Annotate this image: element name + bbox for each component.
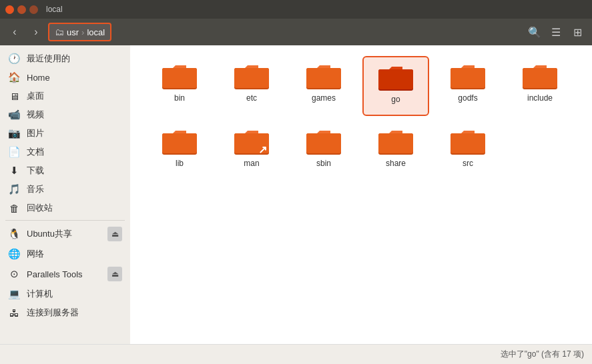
sidebar-divider <box>5 220 125 221</box>
svg-rect-22 <box>451 133 485 153</box>
minimize-button[interactable] <box>17 5 26 14</box>
close-button[interactable] <box>5 5 14 14</box>
folder-label-go: go <box>391 95 400 104</box>
folder-icon-man: ↗ <box>234 127 269 156</box>
download-icon: ⬇ <box>8 165 20 177</box>
computer-icon: 💻 <box>8 288 20 300</box>
breadcrumb-separator: › <box>81 27 84 37</box>
back-button[interactable]: ‹ <box>5 23 24 41</box>
maximize-button[interactable] <box>29 5 38 14</box>
sidebar-label-photo: 图片 <box>27 127 122 139</box>
folder-icon-share <box>378 127 413 156</box>
folder-label-lib: lib <box>176 159 184 168</box>
svg-rect-1 <box>162 68 197 88</box>
home-icon: 🏠 <box>8 71 20 83</box>
sidebar-item-download[interactable]: ⬇下载 <box>0 161 130 180</box>
grid-view-button[interactable]: ⊞ <box>568 23 587 41</box>
connect-server-icon: 🖧 <box>8 307 20 319</box>
sidebar-label-network: 网络 <box>27 248 122 260</box>
window-title: local <box>46 5 63 14</box>
sidebar-item-music[interactable]: 🎵音乐 <box>0 180 130 199</box>
status-text: 选中了"go" (含有 17 项) <box>501 349 584 360</box>
window-controls <box>5 5 38 14</box>
sidebar-item-network[interactable]: 🌐网络 <box>0 245 130 263</box>
folder-label-share: share <box>386 159 406 168</box>
folder-icon-src <box>451 127 485 156</box>
folder-icon-sbin <box>306 127 341 156</box>
list-view-button[interactable]: ☰ <box>547 23 565 41</box>
sidebar-label-download: 下载 <box>27 165 122 177</box>
folder-label-bin: bin <box>174 93 185 103</box>
folder-label-include: include <box>527 93 553 103</box>
sidebar-item-desktop[interactable]: 🖥桌面 <box>0 87 130 105</box>
sidebar-label-trash: 回收站 <box>27 202 122 214</box>
folder-item-man[interactable]: ↗man <box>218 121 285 181</box>
toolbar: ‹ › 🗂 usr › local 🔍 ☰ ⊞ <box>0 19 592 45</box>
folder-icon-lib <box>162 127 197 156</box>
breadcrumb-usr[interactable]: usr <box>67 27 79 37</box>
docs-icon: 📄 <box>8 146 20 158</box>
folder-item-sbin[interactable]: sbin <box>290 121 357 181</box>
music-icon: 🎵 <box>8 183 20 195</box>
folder-item-go[interactable]: go <box>362 56 429 116</box>
svg-rect-13 <box>162 133 197 153</box>
folder-item-share[interactable]: share <box>362 121 429 181</box>
eject-button-ubuntu-share[interactable]: ⏏ <box>107 227 122 241</box>
photo-icon: 📷 <box>8 127 20 139</box>
folder-icon-etc <box>234 61 269 91</box>
folder-label-src: src <box>463 159 473 168</box>
sidebar-label-video: 视频 <box>27 109 122 121</box>
folder-item-bin[interactable]: bin <box>146 56 213 116</box>
toolbar-right: 🔍 ☰ ⊞ <box>525 23 587 41</box>
svg-rect-18 <box>306 133 341 153</box>
sidebar-item-photo[interactable]: 📷图片 <box>0 124 130 143</box>
folder-item-godfs[interactable]: godfs <box>434 56 501 116</box>
svg-rect-11 <box>523 68 557 88</box>
sidebar-label-connect-server: 连接到服务器 <box>27 307 122 319</box>
folder-icon-godfs <box>451 61 485 91</box>
sidebar-label-desktop: 桌面 <box>27 90 122 102</box>
folder-item-lib[interactable]: lib <box>146 121 213 181</box>
svg-rect-20 <box>378 133 413 153</box>
sidebar-item-video[interactable]: 📹视频 <box>0 105 130 124</box>
sidebar-item-ubuntu-share[interactable]: 🐧Ubuntu共享⏏ <box>0 223 130 245</box>
folder-label-man: man <box>244 159 259 168</box>
folder-item-etc[interactable]: etc <box>218 56 285 116</box>
folder-item-include[interactable]: include <box>507 56 573 116</box>
sidebar-item-recent[interactable]: 🕐最近使用的 <box>0 49 130 68</box>
folder-item-src[interactable]: src <box>434 121 501 181</box>
recent-icon: 🕐 <box>8 53 20 65</box>
sidebar-item-home[interactable]: 🏠Home <box>0 68 130 87</box>
sidebar-label-docs: 文档 <box>27 146 122 158</box>
statusbar: 选中了"go" (含有 17 项) <box>0 344 592 364</box>
ubuntu-share-icon: 🐧 <box>8 228 20 240</box>
sidebar-label-recent: 最近使用的 <box>27 53 122 65</box>
folder-label-godfs: godfs <box>458 93 477 103</box>
folder-label-games: games <box>312 93 336 103</box>
svg-rect-3 <box>234 68 269 88</box>
sidebar-item-computer[interactable]: 💻计算机 <box>0 285 130 303</box>
svg-rect-9 <box>451 68 485 88</box>
sidebar-item-connect-server[interactable]: 🖧连接到服务器 <box>0 303 130 322</box>
trash-icon: 🗑 <box>8 202 20 214</box>
forward-button[interactable]: › <box>27 23 45 41</box>
breadcrumb[interactable]: 🗂 usr › local <box>48 23 111 41</box>
sidebar-label-computer: 计算机 <box>27 288 122 300</box>
svg-text:↗: ↗ <box>258 144 267 155</box>
breadcrumb-local[interactable]: local <box>87 27 105 37</box>
search-button[interactable]: 🔍 <box>525 23 544 41</box>
network-icon: 🌐 <box>8 248 20 260</box>
folder-icon-games <box>306 61 341 91</box>
folder-icon-include <box>523 61 557 91</box>
sidebar-item-parallels[interactable]: ⊙Parallels Tools⏏ <box>0 263 130 285</box>
eject-button-parallels[interactable]: ⏏ <box>107 267 122 281</box>
sidebar-label-parallels: Parallels Tools <box>27 269 101 279</box>
folder-item-games[interactable]: games <box>290 56 357 116</box>
sidebar-label-music: 音乐 <box>27 183 122 195</box>
folder-label-etc: etc <box>246 93 257 103</box>
folder-label-sbin: sbin <box>316 159 331 168</box>
sidebar-item-docs[interactable]: 📄文档 <box>0 143 130 161</box>
main: 🕐最近使用的🏠Home🖥桌面📹视频📷图片📄文档⬇下载🎵音乐🗑回收站🐧Ubuntu… <box>0 45 592 344</box>
folder-icon-go <box>378 63 413 92</box>
sidebar-item-trash[interactable]: 🗑回收站 <box>0 199 130 217</box>
